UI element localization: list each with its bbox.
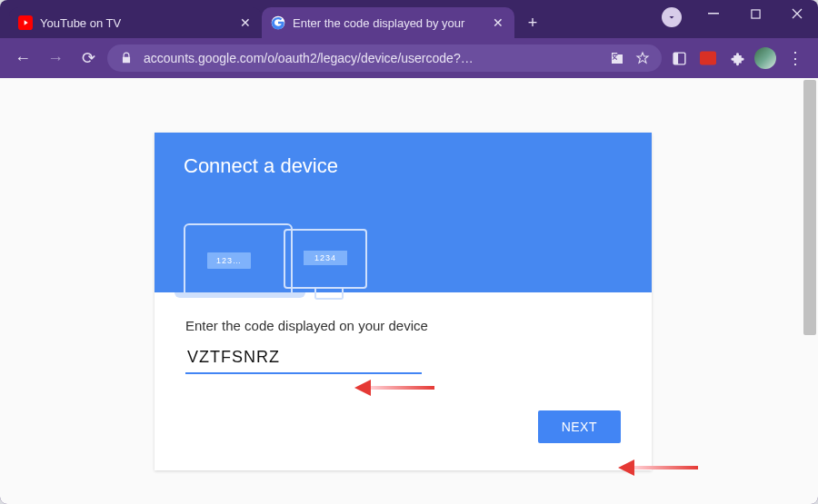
svg-rect-6 (700, 52, 716, 65)
tab-title: Enter the code displayed by your (293, 16, 484, 30)
tab-youtube[interactable]: YouTube on TV ✕ (9, 7, 262, 38)
page-title: Connect a device (184, 154, 623, 178)
code-input-label: Enter the code displayed on your device (185, 318, 621, 333)
card-header: Connect a device 1234 123… (155, 133, 652, 292)
kebab-menu[interactable]: ⋮ (782, 44, 809, 72)
page-viewport: Connect a device 1234 123… Enter the cod… (0, 78, 818, 504)
next-button[interactable]: NEXT (538, 410, 621, 443)
extension-red-icon[interactable] (696, 46, 720, 70)
devices-illustration: 1234 123… (184, 194, 365, 294)
browser-toolbar: ← → ⟳ accounts.google.com/o/oauth2/legac… (0, 38, 818, 78)
star-icon[interactable] (634, 50, 651, 66)
device-code-input[interactable] (185, 344, 422, 374)
annotation-arrow-next (618, 461, 698, 474)
tab-strip: YouTube on TV ✕ Enter the code displayed… (0, 0, 818, 38)
lock-icon (118, 50, 135, 66)
minimize-button[interactable] (693, 0, 734, 27)
google-icon (271, 15, 285, 30)
device-usercode-card: Connect a device 1234 123… Enter the cod… (155, 133, 652, 470)
address-bar[interactable]: accounts.google.com/o/oauth2/legacy/devi… (107, 44, 662, 72)
tab-google-device[interactable]: Enter the code displayed by your ✕ (262, 7, 514, 38)
svg-rect-3 (751, 9, 759, 17)
maximize-button[interactable] (734, 0, 776, 27)
close-icon[interactable]: ✕ (238, 15, 253, 30)
translate-icon[interactable] (609, 50, 625, 66)
forward-button[interactable]: → (42, 44, 69, 72)
close-icon[interactable]: ✕ (491, 15, 505, 30)
annotation-arrow-input (354, 381, 434, 394)
profile-avatar[interactable] (754, 47, 776, 69)
tab-search-button[interactable] (662, 7, 682, 27)
reload-button[interactable]: ⟳ (75, 44, 102, 72)
extensions-puzzle-icon[interactable] (725, 46, 749, 70)
tab-title: YouTube on TV (40, 16, 231, 30)
vertical-scrollbar[interactable] (803, 80, 816, 335)
side-panel-icon[interactable] (667, 46, 691, 70)
monitor-icon: 1234 (284, 229, 367, 289)
laptop-icon: 123… (184, 223, 293, 294)
back-button[interactable]: ← (9, 44, 36, 72)
svg-rect-2 (708, 13, 719, 15)
window-close-button[interactable] (776, 0, 818, 27)
monitor-code: 1234 (304, 251, 347, 265)
laptop-code: 123… (207, 252, 251, 269)
svg-rect-5 (673, 53, 678, 64)
new-tab-button[interactable]: + (520, 10, 545, 35)
youtube-icon (18, 15, 33, 30)
url-text: accounts.google.com/o/oauth2/legacy/devi… (144, 51, 600, 65)
window-controls (693, 0, 818, 31)
